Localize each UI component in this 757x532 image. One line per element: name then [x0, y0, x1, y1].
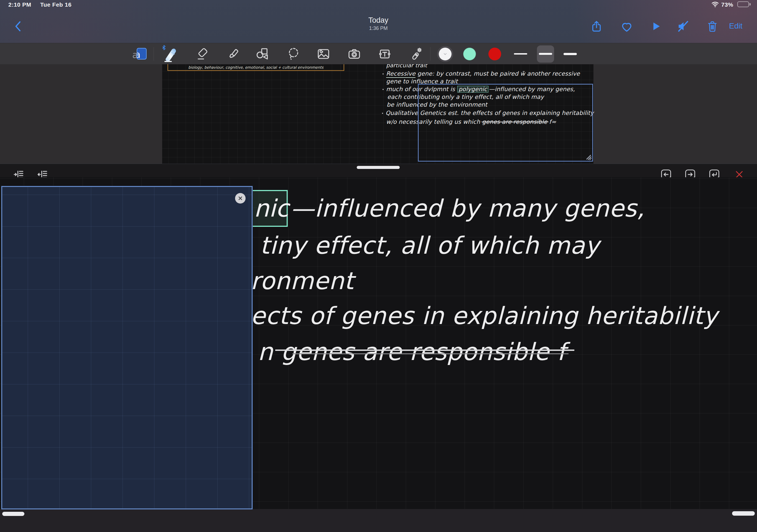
pen-icon	[162, 46, 178, 62]
top-navigation-bar: 2:10 PM Tue Feb 16 73% Today 1:36 PM	[0, 0, 757, 43]
color-swatch-green[interactable]	[463, 43, 476, 65]
battery-icon	[737, 1, 751, 7]
wifi-icon	[711, 1, 719, 8]
note-canvas[interactable]: biology, behaviour, cognitive, emotional…	[0, 64, 757, 164]
scroll-indicator-left[interactable]	[2, 512, 24, 516]
share-button[interactable]	[590, 19, 603, 33]
color-swatch-white[interactable]	[437, 43, 453, 65]
highlighter-tool-button[interactable]	[226, 43, 240, 65]
text-tool-button[interactable]	[378, 43, 392, 65]
pen-tool-button[interactable]	[162, 43, 178, 65]
color-swatch-red[interactable]	[488, 43, 501, 65]
laser-pointer-tool-button[interactable]	[409, 43, 423, 65]
magnified-line: tiny effect, all of which may	[260, 232, 599, 259]
trash-icon	[706, 19, 718, 33]
magnified-line: —influenced by many genes,	[290, 194, 645, 222]
resize-grip-icon[interactable]	[586, 154, 592, 160]
eraser-icon	[196, 47, 209, 61]
thickness-medium-button[interactable]	[537, 43, 554, 65]
image-tool-button[interactable]	[317, 43, 330, 65]
camera-tool-button[interactable]	[347, 43, 361, 65]
mute-button[interactable]	[676, 20, 690, 33]
share-icon	[590, 19, 603, 33]
image-icon	[317, 47, 330, 61]
favorite-button[interactable]	[620, 20, 633, 33]
zoom-writing-panel: nic —influenced by many genes, tiny effe…	[0, 164, 757, 532]
play-icon	[650, 20, 661, 32]
zoom-window-tool-button[interactable]: a a	[132, 43, 148, 65]
speaker-muted-icon	[676, 20, 690, 33]
magnified-line: ronment	[251, 267, 354, 295]
shapes-tool-button[interactable]	[256, 43, 269, 65]
chevron-down-icon	[442, 51, 448, 57]
thickness-thin-button[interactable]	[514, 43, 528, 65]
eraser-tool-button[interactable]	[196, 43, 209, 65]
laser-pointer-icon	[409, 47, 423, 61]
polygenic-highlight-box-magnified: nic	[249, 190, 288, 227]
selection-overlay-magnified[interactable]	[1, 186, 253, 509]
toolbar-divider	[430, 47, 431, 61]
text-icon	[378, 47, 392, 61]
panel-drag-handle[interactable]	[357, 166, 400, 169]
camera-icon	[347, 47, 361, 61]
back-button[interactable]	[13, 20, 24, 33]
lasso-icon	[287, 47, 300, 61]
status-time: 2:10 PM	[8, 1, 31, 8]
highlighter-icon	[226, 47, 240, 61]
close-icon	[237, 196, 243, 201]
battery-percent: 73%	[721, 1, 734, 8]
selection-rectangle[interactable]	[418, 84, 593, 161]
edit-button[interactable]: Edit	[729, 22, 742, 30]
shapes-icon	[256, 47, 269, 61]
play-button[interactable]	[650, 20, 661, 32]
heart-icon	[620, 20, 633, 33]
bluetooth-icon	[161, 45, 167, 50]
panel-bottom-strip	[0, 509, 757, 532]
tools-toolbar: a a	[0, 43, 757, 64]
status-date: Tue Feb 16	[40, 1, 72, 8]
magnified-line: n genes are responsible f	[258, 338, 566, 366]
zoom-window-tool-icon: a a	[132, 47, 148, 61]
magnified-line: ects of genes in explaining heritability	[251, 302, 718, 329]
document-subtitle: 1:36 PM	[323, 25, 434, 31]
delete-button[interactable]	[706, 19, 718, 33]
thickness-thick-button[interactable]	[563, 43, 577, 65]
document-title: Today	[323, 16, 434, 25]
toolbar-divider	[154, 47, 154, 61]
lasso-tool-button[interactable]	[287, 43, 300, 65]
scroll-indicator-right[interactable]	[732, 511, 755, 516]
deselect-button[interactable]	[235, 193, 246, 204]
boxed-note-text: biology, behaviour, cognitive, emotional…	[188, 65, 323, 70]
handwriting-line: Recessive gene: by contrast, must be pai…	[386, 70, 580, 77]
